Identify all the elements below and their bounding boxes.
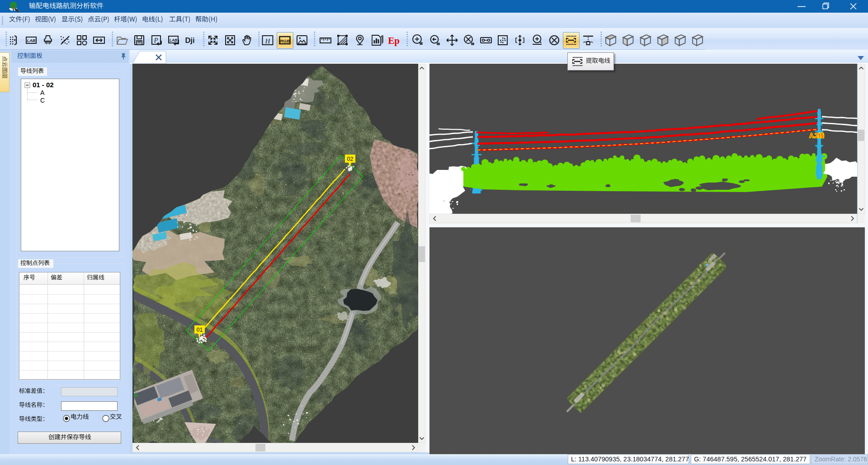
svg-text:H: H bbox=[265, 38, 271, 45]
svg-text:P: P bbox=[153, 37, 158, 44]
svg-text:RGB: RGB bbox=[280, 38, 289, 43]
svg-text:Dji: Dji bbox=[185, 36, 194, 44]
svg-text:01: 01 bbox=[197, 327, 203, 333]
svg-text:LAB: LAB bbox=[170, 38, 177, 42]
svg-text:02: 02 bbox=[347, 156, 354, 162]
svg-text:Ep: Ep bbox=[388, 35, 400, 46]
svg-text:LAB: LAB bbox=[27, 38, 36, 43]
